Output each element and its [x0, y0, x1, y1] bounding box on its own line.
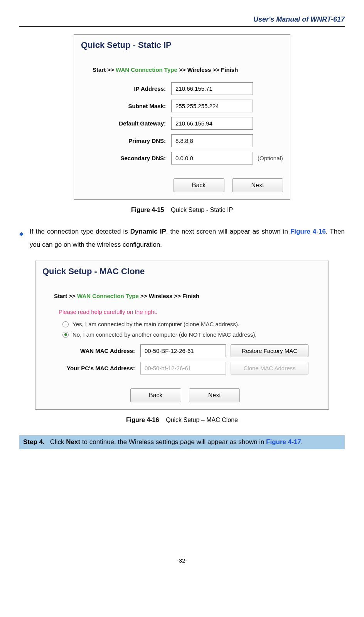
label-primary-dns: Primary DNS: [81, 137, 171, 144]
radio-option-yes[interactable]: Yes, I am connected by the main computer… [35, 319, 329, 329]
next-button[interactable]: Next [189, 388, 240, 402]
button-row: Back Next [74, 167, 290, 199]
header-divider [19, 26, 345, 27]
caption-text: Quick Setup - Static IP [171, 207, 233, 213]
breadcrumb-active: WAN Connection Type [116, 66, 177, 73]
label-subnet: Subnet Mask: [81, 103, 171, 109]
radio-option-no[interactable]: No, I am connected by another computer (… [35, 329, 329, 340]
caption-label: Figure 4-16 [126, 417, 159, 423]
text-fragment: If the connection type detected is [30, 228, 130, 235]
bullet-paragraph: ◆ If the connection type detected is Dyn… [19, 225, 345, 251]
step-box: Step 4. Click Next to continue, the Wire… [19, 435, 345, 449]
caption-label: Figure 4-15 [131, 207, 164, 213]
breadcrumb-finish: Finish [221, 66, 238, 73]
radio-label: No, I am connected by another computer (… [72, 331, 256, 338]
diamond-icon: ◆ [19, 228, 24, 239]
warning-text: Please read help carefully on the right. [35, 306, 329, 319]
breadcrumb-sep: >> [140, 293, 147, 299]
radio-dot-icon [64, 333, 67, 336]
figure-static-ip: Quick Setup - Static IP Start >> WAN Con… [74, 34, 290, 200]
label-pc-mac: Your PC's MAC Address: [42, 365, 140, 371]
text-fragment: , the next screen will appear as shown i… [166, 228, 290, 235]
row-pc-mac: Your PC's MAC Address: Clone MAC Address [35, 359, 329, 377]
header-title: User's Manual of WNRT-617 [19, 15, 345, 24]
input-pc-mac [140, 362, 226, 375]
label-gateway: Default Gateway: [81, 120, 171, 127]
next-button[interactable]: Next [232, 178, 283, 192]
label-secondary-dns: Secondary DNS: [81, 155, 171, 161]
row-primary-dns: Primary DNS: [74, 132, 290, 149]
bullet-content: If the connection type detected is Dynam… [30, 225, 345, 251]
page-number: -32- [19, 557, 345, 564]
breadcrumb-start: Start >> [93, 66, 114, 73]
breadcrumb-active: WAN Connection Type [77, 293, 139, 299]
step-content: Click Next to continue, the Wireless set… [50, 438, 303, 446]
figure-mac-clone: Quick Setup - MAC Clone Start >> WAN Con… [35, 261, 329, 410]
step-label: Step 4. [23, 438, 45, 446]
radio-label: Yes, I am connected by the main computer… [72, 321, 239, 327]
label-wan-mac: WAN MAC Address: [42, 347, 140, 354]
input-gateway[interactable] [171, 117, 253, 130]
breadcrumb-finish: Finish [182, 293, 199, 299]
label-ip: IP Address: [81, 85, 171, 92]
panel-title: Quick Setup - MAC Clone [35, 261, 329, 277]
input-secondary-dns[interactable] [171, 152, 253, 164]
input-subnet[interactable] [171, 100, 253, 112]
breadcrumb-sep: >> [179, 66, 186, 73]
clone-mac-button: Clone MAC Address [231, 362, 308, 375]
row-wan-mac: WAN MAC Address: Restore Factory MAC [35, 340, 329, 359]
text-fragment: to continue, the Wireless settings page … [80, 438, 266, 446]
input-wan-mac[interactable] [140, 344, 226, 357]
breadcrumb: Start >> WAN Connection Type >> Wireless… [74, 51, 290, 80]
row-secondary-dns: Secondary DNS: (Optional) [74, 149, 290, 167]
breadcrumb: Start >> WAN Connection Type >> Wireless… [35, 277, 329, 306]
back-button[interactable]: Back [174, 178, 224, 192]
panel-title: Quick Setup - Static IP [74, 35, 290, 51]
radio-icon[interactable] [62, 332, 69, 338]
back-button[interactable]: Back [130, 388, 181, 402]
figure-link[interactable]: Figure 4-17 [266, 438, 301, 446]
figure-link[interactable]: Figure 4-16 [290, 228, 326, 235]
figure-caption: Figure 4-16 Quick Setup – MAC Clone [19, 417, 345, 424]
breadcrumb-sep: >> [212, 66, 219, 73]
input-primary-dns[interactable] [171, 134, 253, 147]
text-fragment: . [301, 438, 303, 446]
figure-caption: Figure 4-15 Quick Setup - Static IP [19, 207, 345, 214]
bold-text: Next [66, 438, 80, 446]
text-fragment: Click [50, 438, 66, 446]
input-ip[interactable] [171, 82, 253, 95]
row-subnet: Subnet Mask: [74, 97, 290, 115]
bold-text: Dynamic IP [130, 228, 166, 235]
optional-label: (Optional) [258, 155, 283, 161]
radio-icon[interactable] [62, 321, 69, 327]
row-ip: IP Address: [74, 80, 290, 97]
breadcrumb-wireless: Wireless [149, 293, 173, 299]
row-gateway: Default Gateway: [74, 115, 290, 132]
breadcrumb-wireless: Wireless [187, 66, 211, 73]
restore-factory-mac-button[interactable]: Restore Factory MAC [231, 344, 308, 357]
button-row: Back Next [35, 377, 329, 409]
breadcrumb-sep: >> [174, 293, 181, 299]
breadcrumb-start: Start >> [54, 293, 76, 299]
caption-text: Quick Setup – MAC Clone [166, 417, 238, 423]
